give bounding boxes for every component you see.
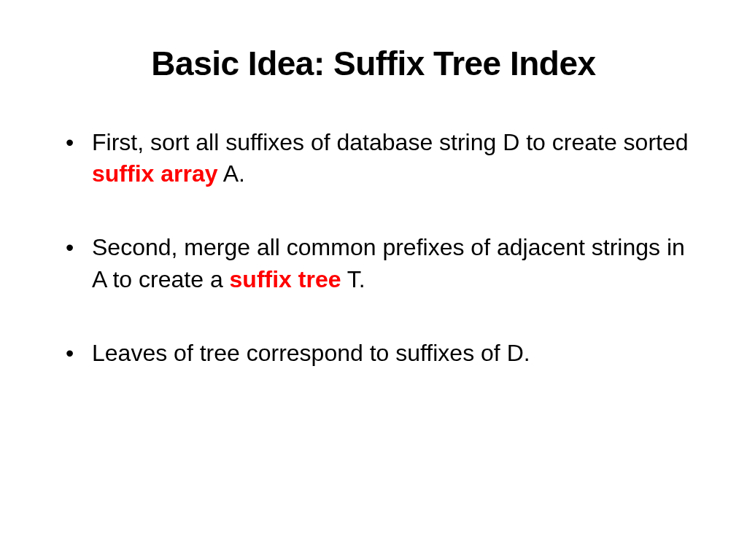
list-item: First, sort all suffixes of database str… — [51, 127, 696, 190]
bullet-highlight: suffix tree — [230, 266, 341, 292]
bullet-text-pre: First, sort all suffixes of database str… — [92, 129, 689, 155]
bullet-text-pre: Leaves of tree correspond to suffixes of… — [92, 340, 530, 366]
list-item: Leaves of tree correspond to suffixes of… — [51, 338, 696, 369]
bullet-list: First, sort all suffixes of database str… — [51, 127, 696, 369]
list-item: Second, merge all common prefixes of adj… — [51, 232, 696, 295]
bullet-text-post: T. — [341, 266, 365, 292]
slide-title: Basic Idea: Suffix Tree Index — [51, 44, 696, 83]
bullet-text-post: A. — [218, 160, 245, 187]
bullet-text-pre: Second, merge all common prefixes of adj… — [92, 234, 685, 292]
bullet-highlight: suffix array — [92, 160, 218, 187]
